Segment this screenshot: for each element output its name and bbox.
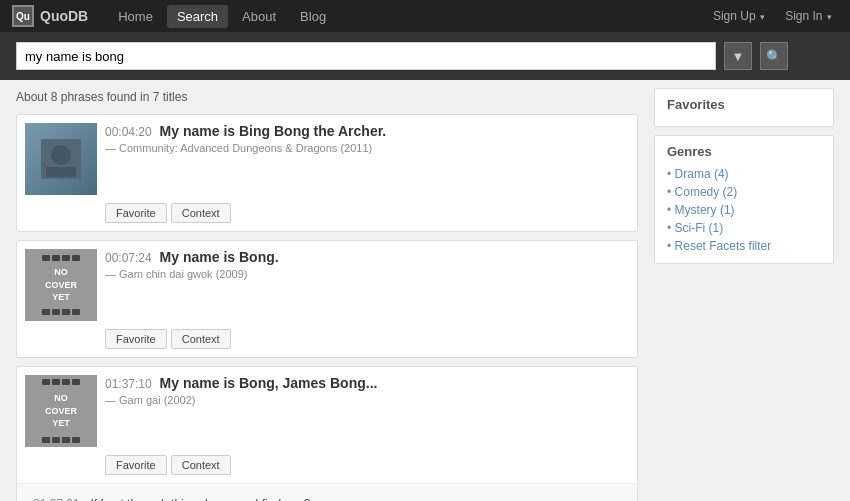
result-quote-2: My name is Bong. — [160, 249, 279, 265]
genre-item-comedy: Comedy (2) — [667, 183, 821, 201]
signup-button[interactable]: Sign Up ▾ — [707, 5, 771, 27]
result-header-2: NOCOVERYET 00:07:24 My name is Bong. — G… — [17, 241, 637, 329]
context-button-1[interactable]: Context — [171, 203, 231, 223]
result-title-2: 00:07:24 My name is Bong. — [105, 249, 629, 265]
search-input[interactable] — [16, 42, 716, 70]
result-info-3: 01:37:10 My name is Bong, James Bong... … — [105, 375, 629, 412]
reset-facets-link[interactable]: Reset Facets filter — [675, 239, 772, 253]
result-source-1: — Community: Advanced Dungeons & Dragons… — [105, 142, 629, 154]
result-header-3: NOCOVERYET 01:37:10 My name is Bong, Jam… — [17, 367, 637, 455]
result-card-2: NOCOVERYET 00:07:24 My name is Bong. — G… — [16, 240, 638, 358]
signup-dropdown-arrow: ▾ — [758, 12, 766, 22]
nav-home[interactable]: Home — [108, 5, 163, 28]
result-header-1: 00:04:20 My name is Bing Bong the Archer… — [17, 115, 637, 203]
result-buttons-1: Favorite Context — [17, 203, 637, 231]
header-right: Sign Up ▾ Sign In ▾ — [707, 5, 838, 27]
genre-link-scifi[interactable]: Sci-Fi (1) — [675, 221, 724, 235]
result-title-1: 00:04:20 My name is Bing Bong the Archer… — [105, 123, 629, 139]
result-quote-1: My name is Bing Bong the Archer. — [160, 123, 387, 139]
result-time-1: 00:04:20 — [105, 125, 152, 139]
context-button-3[interactable]: Context — [171, 455, 231, 475]
sidebar: Favorites Genres Drama (4) Comedy (2) My… — [654, 88, 834, 501]
nav-blog[interactable]: Blog — [290, 5, 336, 28]
svg-rect-2 — [46, 167, 76, 177]
result-card: 00:04:20 My name is Bing Bong the Archer… — [16, 114, 638, 232]
result-source-2: — Gam chin dai gwok (2009) — [105, 268, 629, 280]
genre-link-drama[interactable]: Drama (4) — [675, 167, 729, 181]
svg-point-1 — [51, 145, 71, 165]
search-bar-area: ▼ 🔍 — [0, 32, 850, 80]
context-line-1: 01:37:01 - If I get through this, where … — [33, 492, 621, 501]
logo: Qu QuoDB — [12, 5, 88, 27]
main-content: About 8 phrases found in 7 titles 00:04:… — [0, 80, 850, 501]
search-button[interactable]: 🔍 — [760, 42, 788, 70]
nav-about[interactable]: About — [232, 5, 286, 28]
favorite-button-1[interactable]: Favorite — [105, 203, 167, 223]
result-thumbnail-1 — [25, 123, 97, 195]
favorites-title: Favorites — [667, 97, 821, 112]
sidebar-favorites: Favorites — [654, 88, 834, 127]
signin-dropdown-arrow: ▾ — [824, 12, 832, 22]
genre-list: Drama (4) Comedy (2) Mystery (1) Sci-Fi … — [667, 165, 821, 255]
search-icon: 🔍 — [766, 49, 782, 64]
genre-item-scifi: Sci-Fi (1) — [667, 219, 821, 237]
no-cover-3: NOCOVERYET — [25, 375, 97, 447]
favorite-button-3[interactable]: Favorite — [105, 455, 167, 475]
result-info-2: 00:07:24 My name is Bong. — Gam chin dai… — [105, 249, 629, 286]
result-context-3: 01:37:01 - If I get through this, where … — [17, 483, 637, 501]
result-buttons-2: Favorite Context — [17, 329, 637, 357]
thumbnail-image-1 — [25, 123, 97, 195]
nav-links: Home Search About Blog — [108, 5, 707, 28]
result-card-3: NOCOVERYET 01:37:10 My name is Bong, Jam… — [16, 366, 638, 501]
results-count: About 8 phrases found in 7 titles — [16, 88, 638, 106]
context-button-2[interactable]: Context — [171, 329, 231, 349]
context-time-1: 01:37:01 — [33, 497, 80, 501]
result-title-3: 01:37:10 My name is Bong, James Bong... — [105, 375, 629, 391]
results-area: About 8 phrases found in 7 titles 00:04:… — [16, 88, 638, 501]
genre-item-drama: Drama (4) — [667, 165, 821, 183]
genre-link-comedy[interactable]: Comedy (2) — [675, 185, 738, 199]
filter-button[interactable]: ▼ — [724, 42, 752, 70]
result-thumbnail-3: NOCOVERYET — [25, 375, 97, 447]
logo-text: QuoDB — [40, 8, 88, 24]
signin-button[interactable]: Sign In ▾ — [779, 5, 838, 27]
header: Qu QuoDB Home Search About Blog Sign Up … — [0, 0, 850, 32]
genre-item-reset: Reset Facets filter — [667, 237, 821, 255]
genre-link-mystery[interactable]: Mystery (1) — [675, 203, 735, 217]
no-cover-2: NOCOVERYET — [25, 249, 97, 321]
logo-icon: Qu — [12, 5, 34, 27]
result-time-2: 00:07:24 — [105, 251, 152, 265]
result-quote-3: My name is Bong, James Bong... — [160, 375, 378, 391]
result-thumbnail-2: NOCOVERYET — [25, 249, 97, 321]
genre-item-mystery: Mystery (1) — [667, 201, 821, 219]
filter-icon: ▼ — [732, 49, 745, 64]
result-source-3: — Gam gai (2002) — [105, 394, 629, 406]
result-time-3: 01:37:10 — [105, 377, 152, 391]
nav-search[interactable]: Search — [167, 5, 228, 28]
favorite-button-2[interactable]: Favorite — [105, 329, 167, 349]
context-text-1: - If I get through this, where can I fin… — [83, 497, 310, 501]
result-info-1: 00:04:20 My name is Bing Bong the Archer… — [105, 123, 629, 160]
sidebar-genres: Genres Drama (4) Comedy (2) Mystery (1) … — [654, 135, 834, 264]
result-buttons-3: Favorite Context — [17, 455, 637, 483]
genres-title: Genres — [667, 144, 821, 159]
